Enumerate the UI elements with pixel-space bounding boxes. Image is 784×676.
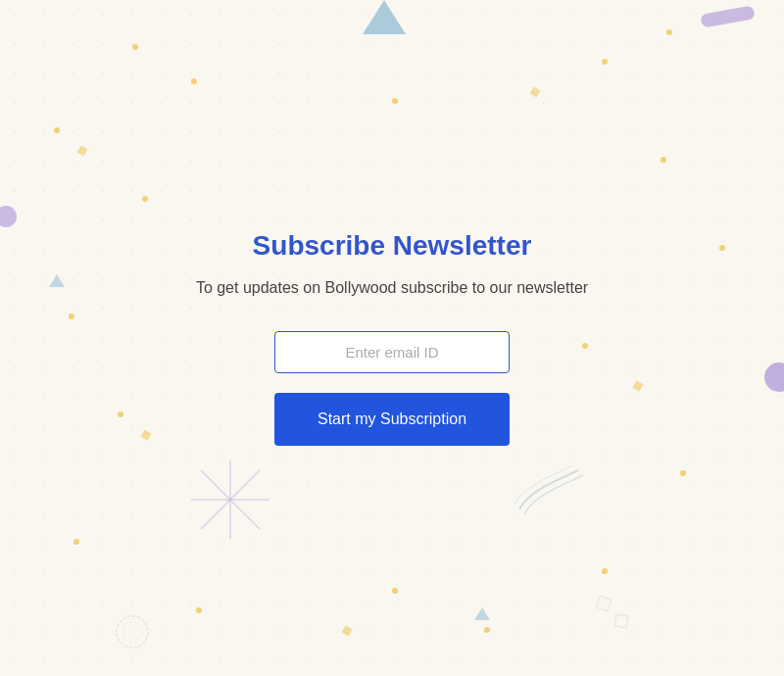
- main-content: Subscribe Newsletter To get updates on B…: [0, 0, 784, 676]
- email-field[interactable]: [274, 331, 510, 373]
- page-subtitle: To get updates on Bollywood subscribe to…: [196, 279, 588, 297]
- page-title: Subscribe Newsletter: [253, 230, 532, 262]
- subscribe-button[interactable]: Start my Subscription: [274, 393, 510, 446]
